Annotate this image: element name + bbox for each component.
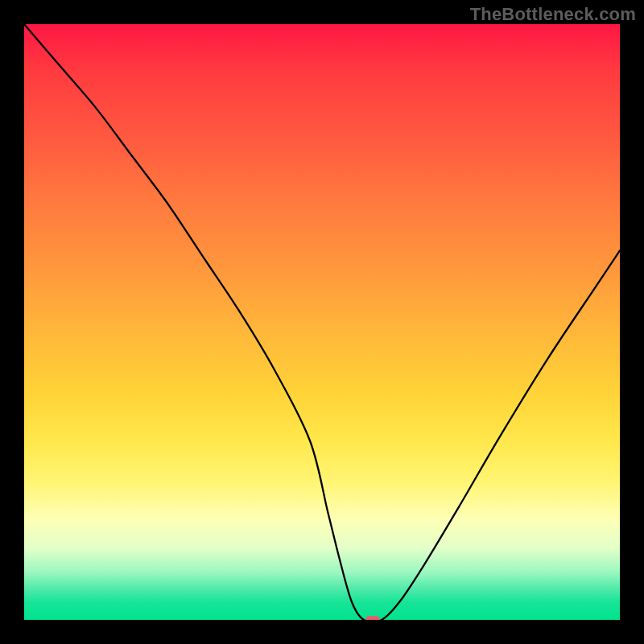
chart-frame: TheBottleneck.com — [0, 0, 644, 644]
watermark-text: TheBottleneck.com — [470, 4, 636, 25]
plot-area — [24, 24, 620, 620]
bottleneck-curve — [24, 24, 620, 620]
minimum-marker — [365, 616, 380, 620]
